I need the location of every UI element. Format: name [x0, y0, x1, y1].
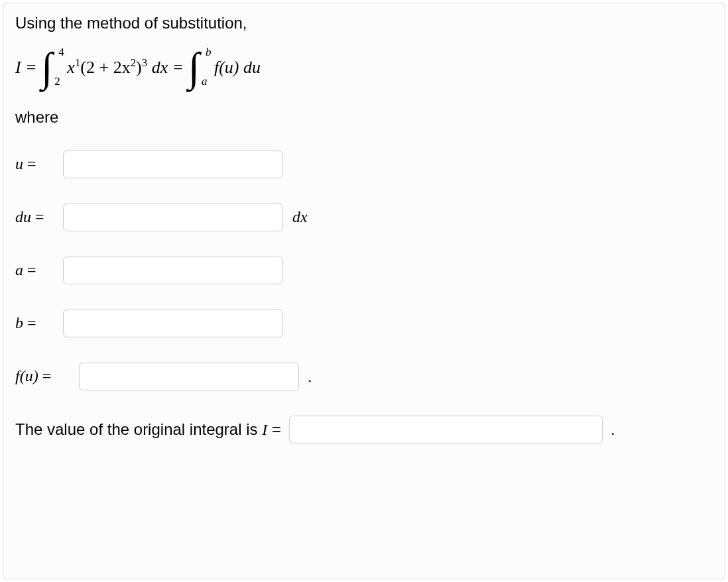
final-eq: = [272, 420, 281, 438]
integrand-paren-a: (2 + 2x [80, 58, 130, 77]
input-fu[interactable] [79, 363, 299, 390]
label-fu: f(u)= [15, 367, 70, 385]
u-var: u [15, 155, 23, 173]
label-a: a= [15, 261, 54, 279]
int2-lower: a [202, 75, 208, 88]
a-eq: = [27, 261, 36, 279]
fu-eq: = [42, 367, 52, 385]
integral-sign-2: ∫ [188, 51, 200, 84]
row-u: u= [15, 150, 713, 178]
integral-equation: I = ∫ 4 2 x1(2 + 2x2)3 dx = ∫ b a f(u) d… [15, 51, 713, 84]
integrand-exp3: 3 [142, 56, 147, 69]
label-b: b= [15, 314, 54, 332]
row-final: The value of the original integral is I … [15, 416, 713, 443]
integrand-paren-b: ) [136, 58, 142, 77]
row-a: a= [15, 257, 713, 284]
u-eq: = [27, 155, 36, 173]
input-du[interactable] [63, 204, 283, 231]
input-u[interactable] [63, 150, 283, 178]
final-period: . [611, 420, 615, 439]
eq-equals-2: = [173, 58, 183, 78]
eq-lhs: I [15, 58, 21, 78]
integral-2: ∫ b a f(u) du [188, 51, 261, 84]
integrand-exp2: 2 [131, 56, 136, 69]
row-fu: f(u)= . [15, 363, 713, 390]
integrand-x: x [67, 58, 75, 77]
fu-var: f(u) [15, 367, 38, 385]
where-text: where [15, 108, 713, 127]
a-var: a [15, 261, 23, 279]
eq-equals-1: = [27, 58, 36, 78]
final-text: The value of the original integral is I … [15, 420, 281, 439]
input-b[interactable] [63, 310, 283, 337]
b-eq: = [27, 314, 36, 332]
int1-lower: 2 [54, 75, 60, 88]
fu-period: . [308, 367, 313, 386]
integral-1: ∫ 4 2 x1(2 + 2x2)3 dx [41, 51, 168, 84]
input-final-I[interactable] [289, 416, 603, 443]
int2-upper: b [206, 46, 212, 59]
final-pre: The value of the original integral is [15, 420, 262, 438]
du-eq: = [35, 208, 44, 226]
du-suffix: dx [292, 208, 308, 226]
row-b: b= [15, 310, 713, 337]
final-I: I [262, 421, 267, 438]
label-du: du= [15, 208, 54, 226]
intro-text: Using the method of substitution, [15, 14, 713, 32]
input-a[interactable] [63, 257, 283, 284]
row-du: du= dx [15, 204, 713, 231]
int1-upper: 4 [58, 46, 64, 59]
integrand-dx: dx [147, 58, 168, 77]
integrand-2: f(u) du [214, 58, 261, 78]
b-var: b [15, 314, 23, 332]
du-var: du [15, 208, 31, 226]
problem-container: Using the method of substitution, I = ∫ … [3, 3, 725, 579]
integral-sign-1: ∫ [41, 51, 52, 84]
integrand-1: x1(2 + 2x2)3 dx [67, 58, 168, 78]
label-u: u= [15, 155, 54, 173]
